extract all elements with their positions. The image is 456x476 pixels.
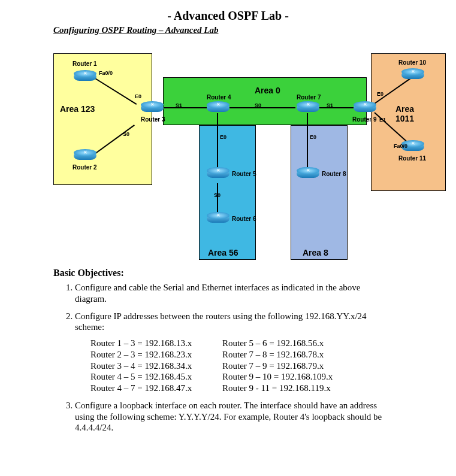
area-56-label: Area 56 — [208, 248, 238, 257]
ip-row: Router 9 – 10 = 192.168.109.x — [222, 371, 354, 383]
router-3-label: Router 3 — [141, 116, 165, 123]
link-r3-r4 — [162, 107, 207, 108]
router-7-icon: ✕ — [297, 101, 319, 114]
router-1-label: Router 1 — [73, 60, 97, 67]
router-5-label: Router 5 — [232, 171, 256, 177]
router-10-label: Router 10 — [398, 59, 426, 66]
ip-row: Router 9 - 11 = 192.168.119.x — [222, 383, 354, 394]
if-e1-r9: E1 — [379, 117, 386, 123]
ospf-diagram: ✕ ✕ ✕ ✕ ✕ ✕ ✕ ✕ ✕ ✕ ✕ Area 123 Area 0 Ar… — [27, 41, 428, 257]
link-r4-r7 — [229, 107, 295, 108]
objective-3: Configure a loopback interface on each r… — [75, 400, 393, 433]
area-8-label: Area 8 — [303, 248, 328, 257]
objective-1: Configure and cable the Serial and Ether… — [75, 282, 393, 305]
objective-2: Configure IP addresses between the route… — [75, 311, 393, 394]
objective-2-text: Configure IP addresses between the route… — [75, 311, 367, 332]
area-56-box — [199, 125, 256, 260]
objectives-list: Configure and cable the Serial and Ether… — [75, 282, 393, 433]
router-5-icon: ✕ — [207, 167, 229, 180]
ip-row: Router 4 – 5 = 192.168.45.x — [90, 371, 222, 383]
if-s0-r5: S0 — [214, 192, 221, 198]
router-8-icon: ✕ — [297, 167, 319, 180]
router-6-label: Router 6 — [232, 216, 256, 222]
area-123-label: Area 123 — [60, 104, 95, 114]
router-2-icon: ✕ — [74, 149, 96, 162]
if-e0-r3a: E0 — [135, 93, 141, 99]
router-3-icon: ✕ — [141, 101, 164, 114]
router-7-label: Router 7 — [297, 94, 321, 101]
area-1011-label: Area 1011 — [395, 104, 428, 123]
router-9-label: Router 9 — [352, 116, 377, 123]
ip-row: Router 2 – 3 = 192.168.23.x — [90, 349, 222, 360]
link-r5-r6 — [217, 183, 218, 213]
link-r4-r5 — [217, 113, 218, 168]
if-s1-r7: S1 — [327, 102, 333, 108]
if-e0-r9: E0 — [377, 91, 383, 97]
if-e0-r7: E0 — [310, 134, 316, 140]
ip-scheme-table: Router 1 – 3 = 192.168.13.x Router 2 – 3… — [90, 338, 393, 394]
ip-row: Router 5 – 6 = 192.168.56.x — [222, 338, 354, 349]
objectives-heading: Basic Objectives: — [53, 268, 429, 278]
area-0-box — [163, 77, 367, 125]
ip-row: Router 3 – 4 = 192.168.34.x — [90, 360, 222, 372]
ip-row: Router 4 – 7 = 192.168.47.x — [90, 383, 222, 394]
router-10-icon: ✕ — [401, 68, 424, 81]
page-title: - Advanced OSPF Lab - — [27, 9, 429, 23]
if-s0-r4: S0 — [255, 102, 261, 108]
area-0-label: Area 0 — [255, 86, 280, 95]
if-fa00-r11: Fa0/0 — [394, 143, 407, 149]
router-8-label: Router 8 — [322, 171, 346, 177]
ip-row: Router 7 – 8 = 192.168.78.x — [222, 349, 354, 360]
router-11-label: Router 11 — [398, 155, 426, 162]
link-r7-r8 — [307, 113, 308, 168]
ip-row: Router 7 – 9 = 192.168.79.x — [222, 360, 354, 372]
if-s0-r3: S0 — [123, 131, 129, 137]
router-9-icon: ✕ — [354, 101, 376, 114]
if-fa00-r1: Fa0/0 — [99, 70, 113, 76]
router-1-icon: ✕ — [74, 70, 96, 83]
router-2-label: Router 2 — [73, 164, 97, 171]
page-subtitle: Configuring OSPF Routing – Advanced Lab — [53, 25, 429, 35]
ip-row: Router 1 – 3 = 192.168.13.x — [90, 338, 222, 349]
link-r7-r9 — [318, 107, 354, 108]
router-4-icon: ✕ — [207, 101, 229, 114]
if-s1-r3: S1 — [176, 102, 182, 108]
router-6-icon: ✕ — [207, 212, 229, 225]
router-4-label: Router 4 — [207, 94, 231, 101]
area-8-box — [291, 125, 348, 260]
if-e0-r4: E0 — [220, 134, 227, 140]
